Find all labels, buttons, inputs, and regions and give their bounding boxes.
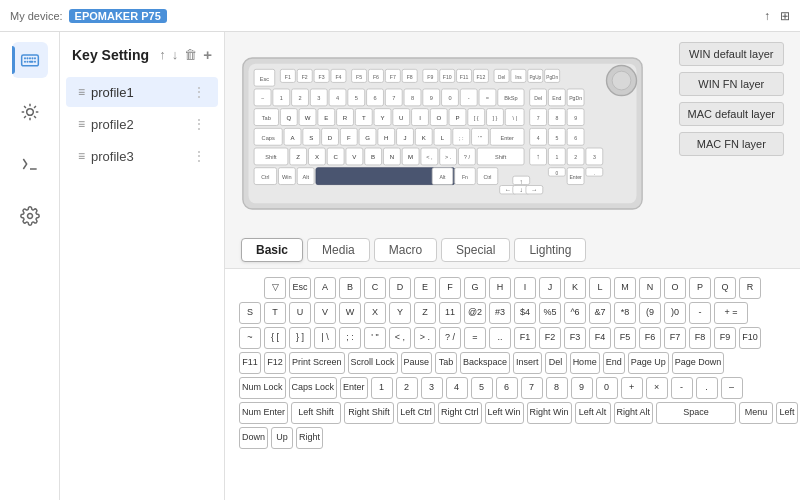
key-scroll-lock[interactable]: Scroll Lock bbox=[348, 352, 398, 374]
key-m[interactable]: M bbox=[614, 277, 636, 299]
key-left-win[interactable]: Left Win bbox=[485, 402, 524, 424]
add-action[interactable]: + bbox=[203, 46, 212, 63]
key-f2[interactable]: F2 bbox=[539, 327, 561, 349]
key-k[interactable]: K bbox=[564, 277, 586, 299]
key-n[interactable]: N bbox=[639, 277, 661, 299]
key-paren9[interactable]: (9 bbox=[639, 302, 661, 324]
key-s[interactable]: S bbox=[239, 302, 261, 324]
key-tilde[interactable]: ~ bbox=[239, 327, 261, 349]
key-f11[interactable]: F11 bbox=[239, 352, 261, 374]
key-11[interactable]: 11 bbox=[439, 302, 461, 324]
key-numplus[interactable]: + bbox=[621, 377, 643, 399]
upload-icon[interactable]: ↑ bbox=[764, 9, 770, 23]
key-num0[interactable]: 0 bbox=[596, 377, 618, 399]
key-percent5[interactable]: %5 bbox=[539, 302, 561, 324]
key-num4[interactable]: 4 bbox=[446, 377, 468, 399]
key-a[interactable]: A bbox=[314, 277, 336, 299]
key-hash3[interactable]: #3 bbox=[489, 302, 511, 324]
key-print-screen[interactable]: Print Screen bbox=[289, 352, 345, 374]
key-left-ctrl[interactable]: Left Ctrl bbox=[397, 402, 435, 424]
key-num6[interactable]: 6 bbox=[496, 377, 518, 399]
key-z[interactable]: Z bbox=[414, 302, 436, 324]
layer-win-fn[interactable]: WIN FN layer bbox=[679, 72, 784, 96]
key-w[interactable]: W bbox=[339, 302, 361, 324]
key-left-shift[interactable]: Left Shift bbox=[291, 402, 341, 424]
sidebar-item-macro[interactable] bbox=[12, 146, 48, 182]
key-num3[interactable]: 3 bbox=[421, 377, 443, 399]
key-tri[interactable]: ▽ bbox=[264, 277, 286, 299]
tab-special[interactable]: Special bbox=[441, 238, 510, 262]
key-t[interactable]: T bbox=[264, 302, 286, 324]
key-l[interactable]: L bbox=[589, 277, 611, 299]
key-right-win[interactable]: Right Win bbox=[527, 402, 572, 424]
key-num9[interactable]: 9 bbox=[571, 377, 593, 399]
key-f[interactable]: F bbox=[439, 277, 461, 299]
key-f6[interactable]: F6 bbox=[639, 327, 661, 349]
key-num1[interactable]: 1 bbox=[371, 377, 393, 399]
key-lt[interactable]: < , bbox=[389, 327, 411, 349]
key-e[interactable]: E bbox=[414, 277, 436, 299]
profile-item-1[interactable]: ≡ profile1 ⋮ bbox=[66, 77, 218, 107]
key-dollar4[interactable]: $4 bbox=[514, 302, 536, 324]
key-f8[interactable]: F8 bbox=[689, 327, 711, 349]
key-backspace[interactable]: Backspace bbox=[460, 352, 510, 374]
key-gt[interactable]: > . bbox=[414, 327, 436, 349]
key-num2[interactable]: 2 bbox=[396, 377, 418, 399]
key-left-alt[interactable]: Left Alt bbox=[575, 402, 611, 424]
key-dotdot[interactable]: .. bbox=[489, 327, 511, 349]
key-paren0[interactable]: )0 bbox=[664, 302, 686, 324]
profile-more-3[interactable]: ⋮ bbox=[192, 148, 206, 164]
key-num-lock[interactable]: Num Lock bbox=[239, 377, 286, 399]
key-f4[interactable]: F4 bbox=[589, 327, 611, 349]
key-space[interactable]: Space bbox=[656, 402, 736, 424]
profile-item-3[interactable]: ≡ profile3 ⋮ bbox=[66, 141, 218, 171]
layer-win-default[interactable]: WIN default layer bbox=[679, 42, 784, 66]
sidebar-item-keyboard[interactable] bbox=[12, 42, 48, 78]
key-j[interactable]: J bbox=[539, 277, 561, 299]
key-plus-eq[interactable]: + = bbox=[714, 302, 748, 324]
key-quote[interactable]: ' " bbox=[364, 327, 386, 349]
key-amp7[interactable]: &7 bbox=[589, 302, 611, 324]
key-pause[interactable]: Pause bbox=[401, 352, 433, 374]
key-enter[interactable]: Enter bbox=[340, 377, 368, 399]
key-num5[interactable]: 5 bbox=[471, 377, 493, 399]
profile-more-2[interactable]: ⋮ bbox=[192, 116, 206, 132]
key-end[interactable]: End bbox=[603, 352, 625, 374]
key-numdot[interactable]: . bbox=[696, 377, 718, 399]
key-menu[interactable]: Menu bbox=[739, 402, 773, 424]
key-f9[interactable]: F9 bbox=[714, 327, 736, 349]
delete-action[interactable]: 🗑 bbox=[184, 47, 197, 62]
sidebar-item-settings[interactable] bbox=[12, 198, 48, 234]
key-d[interactable]: D bbox=[389, 277, 411, 299]
key-at2[interactable]: @2 bbox=[464, 302, 486, 324]
key-caps-lock[interactable]: Caps Lock bbox=[289, 377, 338, 399]
tab-macro[interactable]: Macro bbox=[374, 238, 437, 262]
key-num8[interactable]: 8 bbox=[546, 377, 568, 399]
key-f12[interactable]: F12 bbox=[264, 352, 286, 374]
key-numdash[interactable]: – bbox=[721, 377, 743, 399]
key-semi[interactable]: ; : bbox=[339, 327, 361, 349]
key-p[interactable]: P bbox=[689, 277, 711, 299]
key-u[interactable]: U bbox=[289, 302, 311, 324]
upload-action[interactable]: ↑ bbox=[159, 47, 166, 62]
key-f7[interactable]: F7 bbox=[664, 327, 686, 349]
tab-basic[interactable]: Basic bbox=[241, 238, 303, 262]
key-right-ctrl[interactable]: Right Ctrl bbox=[438, 402, 482, 424]
key-right-shift[interactable]: Right Shift bbox=[344, 402, 394, 424]
tab-media[interactable]: Media bbox=[307, 238, 370, 262]
key-f3[interactable]: F3 bbox=[564, 327, 586, 349]
sidebar-item-lighting[interactable] bbox=[12, 94, 48, 130]
key-q[interactable]: Q bbox=[714, 277, 736, 299]
layout-icon[interactable]: ⊞ bbox=[780, 9, 790, 23]
key-num-enter[interactable]: Num Enter bbox=[239, 402, 288, 424]
key-home[interactable]: Home bbox=[570, 352, 600, 374]
key-right[interactable]: Right bbox=[296, 427, 323, 449]
key-minus[interactable]: - bbox=[689, 302, 711, 324]
key-b[interactable]: B bbox=[339, 277, 361, 299]
key-star8[interactable]: *8 bbox=[614, 302, 636, 324]
profile-more-1[interactable]: ⋮ bbox=[192, 84, 206, 100]
key-f5[interactable]: F5 bbox=[614, 327, 636, 349]
profile-item-2[interactable]: ≡ profile2 ⋮ bbox=[66, 109, 218, 139]
key-up[interactable]: Up bbox=[271, 427, 293, 449]
key-v[interactable]: V bbox=[314, 302, 336, 324]
